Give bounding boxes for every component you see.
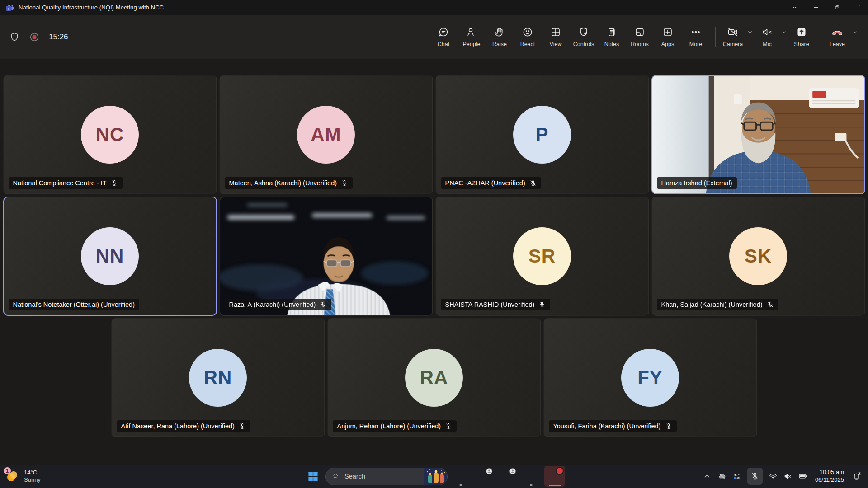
participant-name-pill: National's Notetaker (Otter.ai) (Unverif…: [9, 299, 140, 310]
participant-tile[interactable]: RA Anjum, Rehan (Lahore) (Unverified): [327, 318, 541, 437]
participant-name: PNAC -AZHAR (Unverified): [445, 179, 525, 187]
participant-tile[interactable]: SK Khan, Sajjad (Karachi) (Unverified): [651, 197, 865, 316]
participant-avatar: AM: [297, 106, 355, 164]
toolbar-people-button[interactable]: People: [458, 23, 486, 50]
search-placeholder: Search: [344, 473, 424, 480]
minimize-icon: [813, 4, 820, 11]
hamza-video-frame: [652, 76, 864, 193]
taskbar-app-file-explorer[interactable]: [450, 466, 471, 487]
participant-name: Mateen, Ashna (Karachi) (Unverified): [229, 179, 337, 187]
notes-icon: [606, 26, 618, 38]
taskbar-clock[interactable]: 10:05 am 06/11/2025: [815, 469, 844, 484]
chevron-up-icon[interactable]: [703, 472, 712, 481]
participant-tile[interactable]: NC National Compliance Centre - IT: [3, 75, 217, 194]
toolbar-button-label: Apps: [661, 41, 675, 47]
toolbar-react-button[interactable]: React: [514, 23, 542, 50]
sun-icon: 1: [5, 469, 20, 484]
meeting-toolbar: 15:26 Chat People Raise React View Contr…: [0, 15, 868, 59]
toolbar-button-label: Share: [794, 41, 809, 47]
taskbar-app-powerpoint[interactable]: P: [521, 466, 542, 487]
controls-icon: [578, 26, 590, 38]
search-input[interactable]: Search: [326, 468, 448, 485]
toolbar-controls-button[interactable]: Controls: [570, 23, 598, 50]
volume-muted-icon[interactable]: [783, 472, 793, 481]
sync-icon[interactable]: [732, 472, 741, 481]
notification-bell-dnd-icon[interactable]: [852, 471, 862, 481]
battery-icon[interactable]: [798, 472, 807, 481]
participant-name-pill: PNAC -AZHAR (Unverified): [441, 177, 541, 189]
participant-name: SHAISTA RASHID (Unverified): [445, 301, 535, 308]
raise-icon: [494, 26, 505, 38]
weather-badge: 1: [4, 467, 11, 474]
raza-video-frame: [220, 197, 432, 315]
running-app-indicator: [460, 484, 462, 486]
mic-off-icon: [761, 26, 773, 38]
toolbar-chat-button[interactable]: Chat: [429, 23, 458, 50]
chevron-down-icon: [745, 29, 755, 35]
participant-tile[interactable]: Raza, A (Karachi) (Unverified): [219, 197, 433, 316]
participant-name-pill: Anjum, Rehan (Lahore) (Unverified): [333, 420, 457, 432]
taskbar-app-chrome-profile-2[interactable]: [497, 466, 518, 487]
restore-icon: [834, 4, 840, 11]
mic-dropdown-chevron[interactable]: [779, 23, 790, 35]
toolbar-leave-button[interactable]: Leave: [825, 23, 850, 50]
participant-avatar: SR: [513, 227, 571, 285]
toolbar-separator: [819, 27, 819, 47]
window-title: National Quality Infrastructure (NQI) Me…: [19, 4, 164, 11]
camera-dropdown-chevron[interactable]: [745, 23, 755, 35]
window-restore-button[interactable]: [826, 0, 847, 15]
toolbar-raise-button[interactable]: Raise: [486, 23, 514, 50]
participant-tile[interactable]: AM Mateen, Ashna (Karachi) (Unverified): [219, 75, 433, 194]
system-tray: 10:05 am 06/11/2025: [703, 465, 868, 488]
window-close-button[interactable]: [847, 0, 868, 15]
weather-temperature: 14°C: [24, 469, 41, 476]
running-app-indicator: [530, 484, 533, 486]
participant-name: Raza, A (Karachi) (Unverified): [229, 301, 316, 308]
toolbar-notes-button[interactable]: Notes: [598, 23, 626, 50]
participant-avatar: NC: [81, 106, 139, 164]
participant-tile[interactable]: Hamza Irshad (External): [651, 75, 865, 194]
weather-condition: Sunny: [24, 476, 41, 483]
toolbar-button-label: React: [520, 41, 535, 47]
start-button[interactable]: [303, 466, 323, 486]
toolbar-mic-button[interactable]: Mic: [755, 23, 779, 50]
taskbar-app-teams[interactable]: T: [544, 466, 565, 487]
leave-dropdown-chevron[interactable]: [850, 23, 861, 35]
toolbar-rooms-button[interactable]: Rooms: [626, 23, 654, 50]
tray-mic-muted-button[interactable]: [747, 468, 763, 485]
window-more-button[interactable]: [785, 0, 806, 15]
toolbar-share-button[interactable]: Share: [790, 23, 813, 50]
participant-tile[interactable]: NN National's Notetaker (Otter.ai) (Unve…: [3, 197, 217, 316]
wifi-icon[interactable]: [769, 472, 778, 481]
participant-tile[interactable]: P PNAC -AZHAR (Unverified): [435, 75, 649, 194]
leave-control-group: Leave: [825, 23, 861, 50]
mic-off-icon: [445, 422, 452, 430]
active-app-indicator: [549, 485, 561, 486]
window-titlebar: T National Quality Infrastructure (NQI) …: [0, 0, 868, 15]
toolbar-button-label: Chat: [438, 41, 449, 47]
meeting-controls: Chat People Raise React View Controls No…: [429, 23, 861, 50]
participant-name-pill: Khan, Sajjad (Karachi) (Unverified): [657, 299, 778, 310]
chevron-down-icon: [779, 29, 790, 35]
windows-logo-icon: [307, 471, 319, 482]
participant-avatar: RA: [405, 349, 463, 407]
tray-time: 10:05 am: [820, 469, 844, 476]
onedrive-paused-icon[interactable]: [717, 472, 726, 481]
participant-name: National Compliance Centre - IT: [13, 179, 107, 187]
toolbar-view-button[interactable]: View: [542, 23, 570, 50]
toolbar-button-label: Raise: [492, 41, 507, 47]
participant-tile[interactable]: SR SHAISTA RASHID (Unverified): [435, 197, 649, 316]
toolbar-camera-button[interactable]: Camera: [721, 23, 745, 50]
participant-tile[interactable]: FY Yousufi, Fariha (Karachi) (Unverified…: [543, 318, 757, 437]
mic-off-icon: [239, 422, 246, 430]
participant-name-pill: National Compliance Centre - IT: [9, 177, 123, 189]
toolbar-button-label: More: [689, 41, 702, 47]
participant-avatar: P: [513, 106, 571, 164]
taskbar-app-chrome-profile-1[interactable]: [474, 466, 495, 487]
window-minimize-button[interactable]: [806, 0, 826, 15]
participant-tile[interactable]: RN Atif Naseer, Rana (Lahore) (Unverifie…: [111, 318, 325, 437]
weather-widget[interactable]: 1 14°C Sunny: [0, 469, 41, 484]
toolbar-apps-button[interactable]: Apps: [654, 23, 682, 50]
participant-name-pill: Atif Naseer, Rana (Lahore) (Unverified): [117, 420, 250, 432]
toolbar-more-button[interactable]: More: [682, 23, 710, 50]
